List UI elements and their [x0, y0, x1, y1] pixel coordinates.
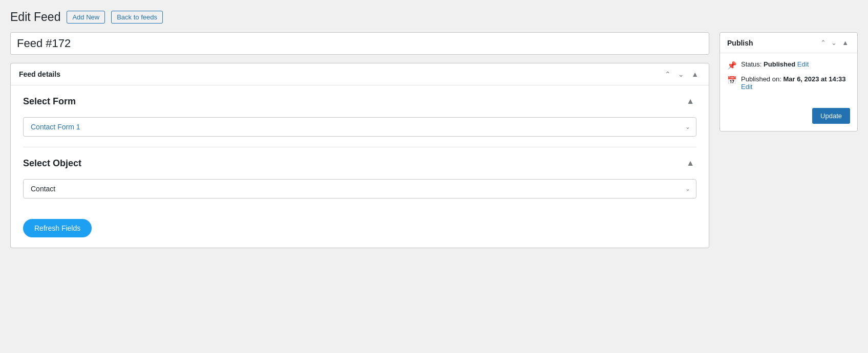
feed-details-card: Feed details ⌃ ⌄ ▲ Select Form ▲ Contact… — [10, 63, 709, 248]
feed-details-title: Feed details — [19, 70, 60, 78]
publish-date-value: Mar 6, 2023 at 14:33 — [783, 75, 845, 83]
publish-status-row: 📌 Status: Published Edit — [727, 60, 850, 70]
select-form-collapse-btn[interactable]: ▲ — [684, 96, 696, 107]
publish-footer: Update — [720, 103, 857, 131]
select-object-wrapper: Contact Lead Account ⌄ — [23, 179, 696, 198]
feed-details-collapse-down-btn[interactable]: ⌄ — [676, 70, 686, 79]
publish-collapse-down-btn[interactable]: ⌄ — [830, 38, 838, 48]
left-column: Feed details ⌃ ⌄ ▲ Select Form ▲ Contact… — [10, 32, 709, 248]
main-layout: Feed details ⌃ ⌄ ▲ Select Form ▲ Contact… — [10, 32, 858, 248]
select-object-section: Select Object ▲ Contact Lead Account ⌄ — [11, 147, 709, 209]
feed-details-controls: ⌃ ⌄ ▲ — [663, 70, 701, 79]
publish-box: Publish ⌃ ⌄ ▲ 📌 Status: Published Edit — [719, 32, 858, 131]
select-form-header: Select Form ▲ — [23, 96, 696, 107]
feed-name-input[interactable] — [10, 32, 709, 55]
select-object-header: Select Object ▲ — [23, 158, 696, 169]
publish-date-edit-link[interactable]: Edit — [741, 83, 752, 91]
select-object-dropdown[interactable]: Contact Lead Account — [23, 179, 696, 198]
feed-details-expand-btn[interactable]: ▲ — [689, 70, 701, 79]
page-title: Edit Feed — [10, 10, 60, 24]
select-form-title: Select Form — [23, 96, 76, 107]
publish-status-text: Status: Published Edit — [741, 60, 809, 68]
select-object-title: Select Object — [23, 158, 81, 169]
publish-status-value: Published — [764, 60, 795, 68]
select-object-collapse-btn[interactable]: ▲ — [684, 158, 696, 169]
page-header: Edit Feed Add New Back to feeds — [10, 10, 858, 24]
pin-icon: 📌 — [727, 61, 737, 70]
update-button[interactable]: Update — [812, 108, 850, 124]
feed-details-collapse-up-btn[interactable]: ⌃ — [663, 70, 673, 79]
select-form-section: Select Form ▲ Contact Form 1 Contact For… — [11, 85, 709, 147]
publish-body: 📌 Status: Published Edit 📅 Published on:… — [720, 53, 857, 103]
publish-expand-btn[interactable]: ▲ — [840, 38, 850, 48]
right-column: Publish ⌃ ⌄ ▲ 📌 Status: Published Edit — [719, 32, 858, 131]
back-to-feeds-button[interactable]: Back to feeds — [111, 11, 163, 24]
publish-controls: ⌃ ⌄ ▲ — [819, 38, 850, 48]
refresh-fields-button[interactable]: Refresh Fields — [23, 219, 92, 237]
publish-collapse-up-btn[interactable]: ⌃ — [819, 38, 828, 48]
publish-date-row: 📅 Published on: Mar 6, 2023 at 14:33 Edi… — [727, 75, 850, 91]
publish-title: Publish — [727, 39, 753, 47]
calendar-icon: 📅 — [727, 76, 737, 85]
publish-status-edit-link[interactable]: Edit — [797, 60, 809, 68]
select-form-wrapper: Contact Form 1 Contact Form 2 ⌄ — [23, 117, 696, 137]
select-form-dropdown[interactable]: Contact Form 1 Contact Form 2 — [23, 117, 696, 137]
add-new-button[interactable]: Add New — [67, 11, 105, 24]
feed-details-header: Feed details ⌃ ⌄ ▲ — [11, 63, 709, 85]
publish-date-text: Published on: Mar 6, 2023 at 14:33 Edit — [741, 75, 850, 91]
publish-header: Publish ⌃ ⌄ ▲ — [720, 33, 857, 53]
